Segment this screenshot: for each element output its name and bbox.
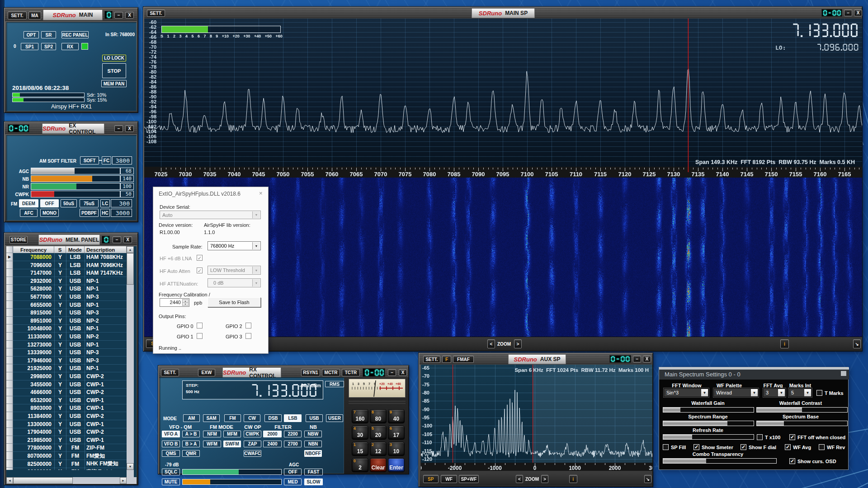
keypad-key-20[interactable]: 520 xyxy=(370,426,387,440)
aux-zoom-in-icon[interactable]: > xyxy=(541,475,548,483)
save-flash-button[interactable]: Save to Flash xyxy=(208,297,261,307)
qms-button[interactable]: QMS xyxy=(162,450,180,457)
sp2-button[interactable]: SP2 xyxy=(41,43,56,50)
threshold-combo[interactable]: LOW Threshold▼ xyxy=(208,266,261,275)
sp1-button[interactable]: SP1 xyxy=(21,43,38,50)
fmaf-button[interactable]: FMAF xyxy=(453,356,474,363)
cwpk-slider[interactable] xyxy=(31,191,120,197)
mode-cw-button[interactable]: CW xyxy=(244,414,260,422)
main-sp-minimize-button[interactable]: – xyxy=(844,9,852,16)
b-a-button[interactable]: B > A xyxy=(182,441,200,447)
mode-user-button[interactable]: USER xyxy=(326,414,343,422)
swfm-button[interactable]: SWFM xyxy=(223,441,241,447)
soft-button[interactable]: SOFT xyxy=(80,156,99,164)
keypad-key-17[interactable]: 617 xyxy=(388,426,405,440)
stop-button[interactable]: STOP xyxy=(102,63,126,78)
keypad-key-2[interactable]: 02 xyxy=(352,458,368,472)
table-row[interactable]: 2998000YUSBCWP-2 xyxy=(6,372,127,380)
scroll-left-icon[interactable]: ◄ xyxy=(6,477,13,484)
main-spectrum[interactable] xyxy=(144,19,862,178)
mode-lsb-button[interactable]: LSB xyxy=(284,414,302,422)
extio-close-icon[interactable]: × xyxy=(259,190,263,197)
ex-close-button[interactable]: X xyxy=(125,125,134,132)
row-gutter[interactable] xyxy=(6,364,13,372)
row-gutter[interactable] xyxy=(6,333,13,341)
refresh-rate-slider[interactable] xyxy=(663,434,754,440)
main-sett-button[interactable]: SETT. xyxy=(8,11,27,19)
sp-base-slider[interactable] xyxy=(756,421,848,426)
marks-int-combo[interactable]: 5▼ xyxy=(788,388,812,397)
mem-pan-button[interactable]: MEM PAN xyxy=(101,80,127,87)
table-row[interactable]: 17946000YUSBNP-3 xyxy=(6,357,127,365)
lc-button[interactable]: LC xyxy=(100,199,110,207)
row-gutter[interactable] xyxy=(6,412,13,420)
keypad-key-160[interactable]: 7160 xyxy=(352,409,368,423)
mode-am-button[interactable]: AM xyxy=(183,414,200,422)
row-gutter[interactable] xyxy=(6,357,13,365)
scroll-up-icon[interactable]: ▲ xyxy=(127,246,134,253)
aux-f-button[interactable]: F xyxy=(442,356,451,363)
mode-fm-button[interactable]: FM xyxy=(224,414,241,422)
hc-button[interactable]: HC xyxy=(100,209,110,217)
nr-slider[interactable] xyxy=(31,183,120,190)
sql-slider[interactable] xyxy=(182,469,282,475)
store-button[interactable]: STORE xyxy=(9,236,28,244)
row-gutter[interactable] xyxy=(6,372,13,380)
table-row[interactable]: 8951000YUSBNP-2 xyxy=(6,317,127,325)
hscroll-thumb[interactable] xyxy=(13,477,73,484)
deem-button[interactable]: DEEM xyxy=(19,199,38,207)
row-gutter[interactable] xyxy=(6,404,13,412)
table-row[interactable]: 10048000YUSBNP-1 xyxy=(6,324,127,333)
keypad-key-30[interactable]: 430 xyxy=(352,426,368,440)
mem-close-button[interactable]: X xyxy=(123,236,132,243)
zoom-in-icon[interactable]: > xyxy=(514,339,522,348)
mem-vscrollbar[interactable]: ▲ ▼ xyxy=(127,246,134,477)
exw-button[interactable]: EXW xyxy=(198,369,215,376)
aux-sp-titlebar[interactable]: SETT. F FMAF SDRunoAUX SP – X xyxy=(420,354,652,365)
filter-2200-button[interactable]: 2200 xyxy=(284,431,302,437)
rx-minimize-button[interactable]: – xyxy=(388,369,396,376)
filter-2000-button[interactable]: 2000 xyxy=(263,431,282,437)
sp-range-slider[interactable] xyxy=(663,421,754,426)
table-row[interactable]: 77800000YFMZIP-FM xyxy=(6,444,127,452)
table-row[interactable]: 21925000YUSBNP-1 xyxy=(6,364,127,372)
table-row[interactable]: 6655000YUSBNP-1 xyxy=(6,301,127,309)
row-gutter[interactable] xyxy=(6,277,13,285)
wfm-button[interactable]: WFM xyxy=(203,441,221,447)
mono-button[interactable]: MONO xyxy=(40,209,59,217)
lo-lock-button[interactable]: LO LOCK xyxy=(102,55,126,61)
wf-avg-checkbox[interactable]: ✓ xyxy=(785,444,791,450)
main-ma-button[interactable]: MA xyxy=(28,11,41,19)
vfo-b-button[interactable]: VFO B xyxy=(162,441,180,447)
table-row[interactable]: 2932000YUSBNP-1 xyxy=(6,277,127,285)
keypad-key-10[interactable]: 310 xyxy=(388,442,405,456)
settings-button[interactable] xyxy=(841,371,846,376)
mute-slider[interactable] xyxy=(182,479,282,485)
table-row[interactable]: 13339000YUSBNP-3 xyxy=(6,348,127,357)
main-panel-titlebar[interactable]: SETT. MA SDRunoMAIN – X xyxy=(5,9,137,21)
table-row[interactable]: 3455000YUSBCWP-1 xyxy=(6,380,127,389)
mctr-button[interactable]: MCTR xyxy=(322,369,340,376)
row-gutter[interactable] xyxy=(6,436,13,444)
rms-button[interactable]: RMS xyxy=(325,381,344,387)
step-value[interactable]: 500 Hz xyxy=(186,389,199,394)
fft-window-combo[interactable]: Sin^3▼ xyxy=(664,388,709,397)
combo-transparency-slider[interactable] xyxy=(663,458,777,464)
zap-button[interactable]: ZAP xyxy=(244,441,261,447)
keypad-key-80[interactable]: 880 xyxy=(370,409,387,423)
ex-control-titlebar[interactable]: SDRunoEX CONTROL – X xyxy=(5,122,137,134)
sr-button[interactable]: SR xyxy=(41,31,56,38)
nbw-button[interactable]: NBW xyxy=(304,431,322,437)
gpio0-checkbox[interactable] xyxy=(197,323,203,328)
main-close-button[interactable]: X xyxy=(125,12,134,19)
cwafc-button[interactable]: CWAFC xyxy=(244,450,261,457)
gpio2-checkbox[interactable] xyxy=(245,323,251,328)
filter-2400-button[interactable]: 2400 xyxy=(263,441,282,447)
aux-spectrum[interactable] xyxy=(421,365,652,471)
opt-button[interactable]: OPT xyxy=(24,31,39,38)
row-gutter[interactable] xyxy=(6,293,13,301)
row-gutter[interactable] xyxy=(6,444,13,452)
table-row[interactable]: 4666000YUSBCWP-2 xyxy=(6,388,127,396)
wf-contrast-slider[interactable] xyxy=(756,407,848,413)
fc-button[interactable]: FC xyxy=(102,156,111,164)
